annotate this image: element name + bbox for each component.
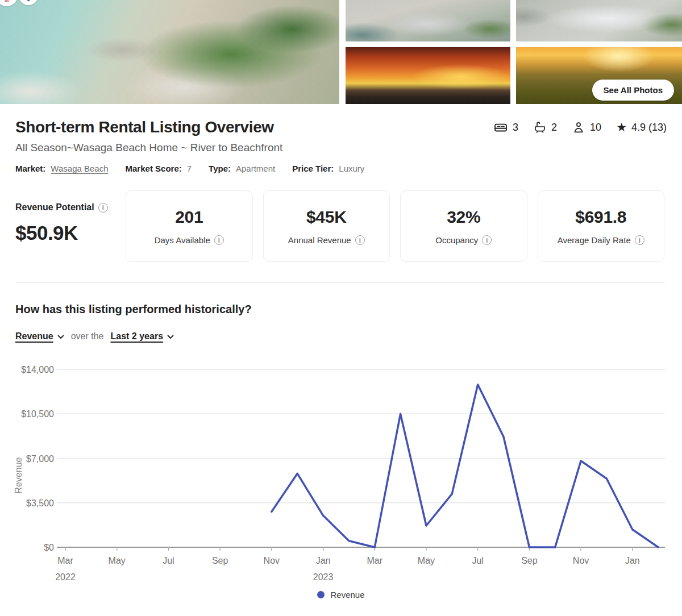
listing-header: Short-term Rental Listing Overview 3 [15,118,667,173]
y-tick-label: $10,500 [21,409,54,419]
x-tick-label: Nov [573,556,589,565]
info-icon[interactable]: i [355,235,365,245]
listing-photo-thumbnail[interactable] [516,0,682,41]
bath-icon [533,120,547,134]
y-tick-label: $14,000 [21,365,54,374]
revenue-potential-label: Revenue Potential [15,202,94,213]
rating-stat: ★ 4.9 (13) [616,122,667,134]
chevron-down-icon [57,331,64,342]
section-divider [15,282,665,283]
history-heading: How has this listing performed historica… [15,303,252,316]
listing-photo-main[interactable]: ∞ ● [0,0,339,104]
guests-stat: 10 [572,120,601,134]
series-line-revenue [272,385,658,547]
range-select[interactable]: Last 2 years [111,331,174,342]
metrics-band: Revenue Potential i $50.9K 201 Days Avai… [15,190,664,262]
x-tick-year-label: 2022 [55,572,76,582]
revenue-potential: Revenue Potential i $50.9K [15,190,126,262]
metric-card-annual-revenue: $45K Annual Revenue i [263,190,390,262]
chart-controls: Revenue over the Last 2 years [15,331,174,342]
x-tick-label: May [418,556,435,565]
listing-photo-thumbnail[interactable] [346,0,510,41]
x-tick-label: Jan [625,556,640,565]
meta-market-score: Market Score: 7 [126,164,192,173]
beds-count: 3 [513,122,518,134]
x-tick-label: Nov [264,556,280,565]
person-icon [572,120,585,134]
y-axis-title: Revenue [14,457,23,493]
x-tick-label: Jul [163,556,174,565]
y-tick-label: $7,000 [26,454,54,464]
x-tick-label: Jan [316,556,331,565]
metric-cards: 201 Days Available i $45K Annual Revenue… [126,190,664,262]
controls-connector-text: over the [71,331,104,342]
page-title: Short-term Rental Listing Overview [15,118,274,136]
meta-price-tier: Price Tier: Luxury [292,164,364,173]
meta-market: Market: Wasaga Beach [15,164,109,173]
baths-stat: 2 [533,120,557,134]
quick-stats: 3 2 10 [493,120,667,135]
bed-icon [493,120,508,135]
listing-subtitle: All Season~Wasaga Beach Home ~ River to … [15,141,667,154]
info-icon[interactable]: i [214,235,224,245]
beds-stat: 3 [493,120,518,135]
info-icon[interactable]: i [482,235,492,245]
see-all-photos-button[interactable]: See All Photos [592,80,674,101]
metric-card-average-daily-rate: $691.8 Average Daily Rate i [538,190,665,262]
metric-card-days-available: 201 Days Available i [126,190,253,262]
star-icon: ★ [616,122,627,133]
chevron-down-icon [167,331,174,342]
meta-type: Type: Apartment [209,164,275,173]
x-tick-label: May [109,556,126,565]
x-tick-label: Sep [521,556,538,565]
y-tick-label: $3,500 [26,498,54,508]
metric-card-occupancy: 32% Occupancy i [400,190,527,262]
x-tick-label: Sep [212,556,228,565]
listing-photo-thumbnail[interactable] [346,47,510,104]
info-icon[interactable]: i [98,203,108,213]
guests-count: 10 [590,122,601,134]
photo-gallery: ∞ ● See All Photos [0,0,682,104]
revenue-potential-value: $50.9K [15,222,126,244]
rating-value: 4.9 (13) [631,122,667,134]
x-tick-label: Mar [57,556,73,565]
baths-count: 2 [551,122,557,134]
x-tick-label: Jul [472,556,483,565]
y-tick-label: $0 [44,543,54,552]
chart-legend: Revenue [0,590,682,600]
x-tick-label: Mar [367,556,382,565]
market-link[interactable]: Wasaga Beach [51,164,108,173]
metric-select[interactable]: Revenue [15,331,64,342]
info-icon[interactable]: i [635,235,644,245]
listing-meta: Market: Wasaga Beach Market Score: 7 Typ… [15,164,667,173]
revenue-history-chart: $0$3,500$7,000$10,500$14,000RevenueMar20… [0,352,682,586]
overlay-badge-icon[interactable]: ● [19,0,38,5]
overlay-badge-icon[interactable]: ∞ [0,0,18,6]
legend-dot-icon [317,591,325,598]
x-tick-year-label: 2023 [313,572,334,582]
legend-label: Revenue [330,590,364,600]
